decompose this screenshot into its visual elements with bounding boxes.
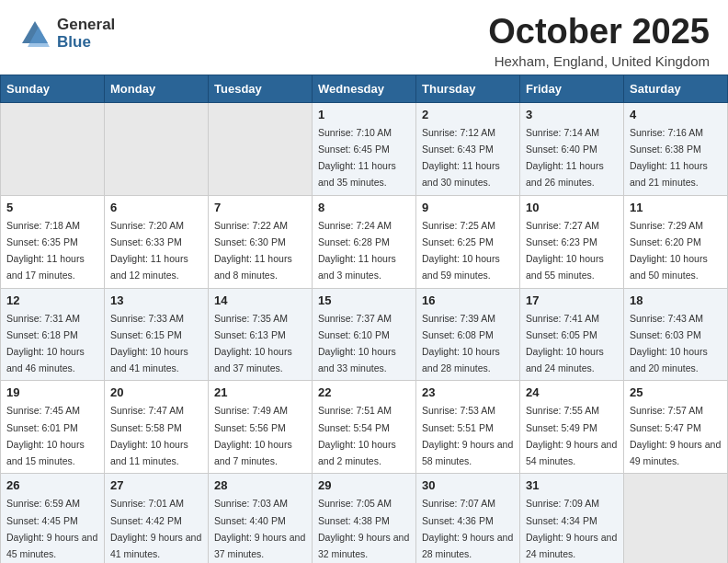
day-number: 25 (630, 385, 722, 399)
logo-general: General (57, 17, 115, 34)
day-info: Sunrise: 7:12 AM Sunset: 6:43 PM Dayligh… (422, 127, 500, 189)
day-number: 27 (110, 478, 202, 492)
day-info: Sunrise: 7:43 AM Sunset: 6:03 PM Dayligh… (630, 313, 708, 374)
table-row: 21 Sunrise: 7:49 AM Sunset: 5:56 PM Dayl… (209, 381, 313, 474)
day-info: Sunrise: 7:35 AM Sunset: 6:13 PM Dayligh… (214, 313, 292, 374)
day-number: 29 (318, 478, 410, 492)
day-number: 10 (526, 201, 618, 214)
table-row: 9 Sunrise: 7:25 AM Sunset: 6:25 PM Dayli… (416, 195, 520, 288)
day-info: Sunrise: 7:31 AM Sunset: 6:18 PM Dayligh… (6, 313, 85, 374)
location: Hexham, England, United Kingdom (488, 53, 710, 69)
calendar-week-row: 26 Sunrise: 6:59 AM Sunset: 4:45 PM Dayl… (1, 474, 728, 563)
calendar: Sunday Monday Tuesday Wednesday Thursday… (0, 75, 728, 563)
day-info: Sunrise: 7:37 AM Sunset: 6:10 PM Dayligh… (318, 313, 396, 374)
table-row: 27 Sunrise: 7:01 AM Sunset: 4:42 PM Dayl… (105, 474, 209, 563)
calendar-week-row: 12 Sunrise: 7:31 AM Sunset: 6:18 PM Dayl… (1, 288, 728, 381)
day-info: Sunrise: 7:20 AM Sunset: 6:33 PM Dayligh… (110, 220, 188, 282)
header: General Blue October 2025 Hexham, Englan… (0, 0, 728, 75)
day-number: 9 (422, 201, 514, 214)
day-info: Sunrise: 7:10 AM Sunset: 6:45 PM Dayligh… (318, 127, 396, 189)
day-number: 23 (422, 385, 514, 399)
day-number: 24 (526, 385, 618, 399)
day-number: 28 (214, 478, 306, 492)
table-row (105, 102, 209, 195)
table-row: 26 Sunrise: 6:59 AM Sunset: 4:45 PM Dayl… (1, 474, 105, 563)
table-row: 23 Sunrise: 7:53 AM Sunset: 5:51 PM Dayl… (416, 381, 520, 474)
day-number: 8 (318, 201, 410, 214)
table-row: 4 Sunrise: 7:16 AM Sunset: 6:38 PM Dayli… (624, 102, 728, 195)
day-number: 19 (6, 385, 98, 399)
day-number: 6 (110, 201, 202, 214)
day-info: Sunrise: 7:16 AM Sunset: 6:38 PM Dayligh… (630, 127, 708, 189)
day-number: 2 (422, 108, 514, 121)
day-info: Sunrise: 7:03 AM Sunset: 4:40 PM Dayligh… (214, 498, 305, 559)
day-number: 22 (318, 385, 410, 399)
day-number: 26 (6, 478, 98, 492)
table-row: 28 Sunrise: 7:03 AM Sunset: 4:40 PM Dayl… (209, 474, 313, 563)
day-number: 5 (6, 201, 98, 214)
table-row: 20 Sunrise: 7:47 AM Sunset: 5:58 PM Dayl… (105, 381, 209, 474)
day-info: Sunrise: 6:59 AM Sunset: 4:45 PM Dayligh… (6, 498, 97, 559)
day-number: 20 (110, 385, 202, 399)
table-row: 19 Sunrise: 7:45 AM Sunset: 6:01 PM Dayl… (1, 381, 105, 474)
table-row: 25 Sunrise: 7:57 AM Sunset: 5:47 PM Dayl… (624, 381, 728, 474)
day-info: Sunrise: 7:18 AM Sunset: 6:35 PM Dayligh… (6, 220, 85, 282)
logo-blue: Blue (57, 34, 115, 52)
day-info: Sunrise: 7:57 AM Sunset: 5:47 PM Dayligh… (630, 405, 721, 466)
table-row: 15 Sunrise: 7:37 AM Sunset: 6:10 PM Dayl… (313, 288, 416, 381)
day-number: 21 (214, 385, 306, 399)
table-row: 5 Sunrise: 7:18 AM Sunset: 6:35 PM Dayli… (1, 195, 105, 288)
day-number: 30 (422, 478, 514, 492)
day-info: Sunrise: 7:39 AM Sunset: 6:08 PM Dayligh… (422, 313, 500, 374)
table-row: 1 Sunrise: 7:10 AM Sunset: 6:45 PM Dayli… (313, 102, 416, 195)
day-info: Sunrise: 7:25 AM Sunset: 6:25 PM Dayligh… (422, 220, 500, 282)
table-row: 29 Sunrise: 7:05 AM Sunset: 4:38 PM Dayl… (313, 474, 416, 563)
day-info: Sunrise: 7:45 AM Sunset: 6:01 PM Dayligh… (6, 405, 85, 466)
day-number: 3 (526, 108, 618, 121)
col-saturday: Saturday (624, 75, 728, 102)
col-wednesday: Wednesday (313, 75, 416, 102)
table-row (624, 474, 728, 563)
day-info: Sunrise: 7:05 AM Sunset: 4:38 PM Dayligh… (318, 498, 409, 559)
logo: General Blue (18, 17, 115, 51)
day-info: Sunrise: 7:53 AM Sunset: 5:51 PM Dayligh… (422, 405, 513, 466)
table-row: 2 Sunrise: 7:12 AM Sunset: 6:43 PM Dayli… (416, 102, 520, 195)
table-row: 8 Sunrise: 7:24 AM Sunset: 6:28 PM Dayli… (313, 195, 416, 288)
day-info: Sunrise: 7:24 AM Sunset: 6:28 PM Dayligh… (318, 220, 396, 282)
table-row: 7 Sunrise: 7:22 AM Sunset: 6:30 PM Dayli… (209, 195, 313, 288)
table-row: 18 Sunrise: 7:43 AM Sunset: 6:03 PM Dayl… (624, 288, 728, 381)
table-row (209, 102, 313, 195)
table-row: 30 Sunrise: 7:07 AM Sunset: 4:36 PM Dayl… (416, 474, 520, 563)
day-number: 7 (214, 201, 306, 214)
calendar-week-row: 5 Sunrise: 7:18 AM Sunset: 6:35 PM Dayli… (1, 195, 728, 288)
table-row: 24 Sunrise: 7:55 AM Sunset: 5:49 PM Dayl… (520, 381, 624, 474)
day-info: Sunrise: 7:01 AM Sunset: 4:42 PM Dayligh… (110, 498, 201, 559)
calendar-week-row: 19 Sunrise: 7:45 AM Sunset: 6:01 PM Dayl… (1, 381, 728, 474)
day-number: 13 (110, 293, 202, 307)
day-number: 17 (526, 293, 618, 307)
col-tuesday: Tuesday (209, 75, 313, 102)
table-row: 16 Sunrise: 7:39 AM Sunset: 6:08 PM Dayl… (416, 288, 520, 381)
day-number: 11 (630, 201, 722, 214)
table-row: 14 Sunrise: 7:35 AM Sunset: 6:13 PM Dayl… (209, 288, 313, 381)
day-info: Sunrise: 7:07 AM Sunset: 4:36 PM Dayligh… (422, 498, 513, 559)
col-friday: Friday (520, 75, 624, 102)
day-info: Sunrise: 7:29 AM Sunset: 6:20 PM Dayligh… (630, 220, 708, 282)
table-row: 13 Sunrise: 7:33 AM Sunset: 6:15 PM Dayl… (105, 288, 209, 381)
col-monday: Monday (105, 75, 209, 102)
day-number: 31 (526, 478, 618, 492)
day-info: Sunrise: 7:22 AM Sunset: 6:30 PM Dayligh… (214, 220, 292, 282)
month-title: October 2025 (488, 13, 710, 52)
day-number: 14 (214, 293, 306, 307)
day-info: Sunrise: 7:09 AM Sunset: 4:34 PM Dayligh… (526, 498, 617, 559)
col-sunday: Sunday (1, 75, 105, 102)
day-number: 1 (318, 108, 410, 121)
title-block: October 2025 Hexham, England, United Kin… (488, 13, 710, 69)
table-row: 22 Sunrise: 7:51 AM Sunset: 5:54 PM Dayl… (313, 381, 416, 474)
day-info: Sunrise: 7:47 AM Sunset: 5:58 PM Dayligh… (110, 405, 188, 466)
table-row: 3 Sunrise: 7:14 AM Sunset: 6:40 PM Dayli… (520, 102, 624, 195)
day-info: Sunrise: 7:51 AM Sunset: 5:54 PM Dayligh… (318, 405, 396, 466)
table-row: 12 Sunrise: 7:31 AM Sunset: 6:18 PM Dayl… (1, 288, 105, 381)
day-info: Sunrise: 7:49 AM Sunset: 5:56 PM Dayligh… (214, 405, 292, 466)
table-row: 6 Sunrise: 7:20 AM Sunset: 6:33 PM Dayli… (105, 195, 209, 288)
